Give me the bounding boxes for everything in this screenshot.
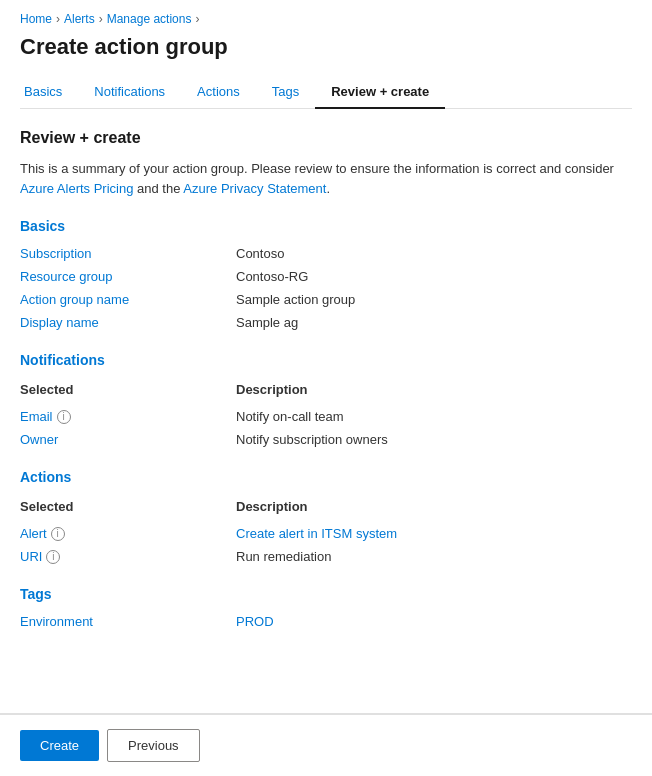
info-text-part2: and the — [133, 181, 183, 196]
basics-grid: Subscription Contoso Resource group Cont… — [20, 244, 632, 332]
review-heading: Review + create — [20, 129, 632, 147]
tab-notifications[interactable]: Notifications — [78, 76, 181, 109]
azure-privacy-link[interactable]: Azure Privacy Statement — [183, 181, 326, 196]
notifications-section: Notifications Selected Description Email… — [20, 352, 632, 449]
breadcrumb-home[interactable]: Home — [20, 12, 52, 26]
tags-environment-label: Environment — [20, 612, 220, 631]
notifications-row0-selected: Email i — [20, 407, 220, 426]
notifications-email-label: Email — [20, 409, 53, 424]
info-text-part3: . — [326, 181, 330, 196]
actions-alert-info-icon[interactable]: i — [51, 527, 65, 541]
tab-bar: Basics Notifications Actions Tags Review… — [20, 76, 632, 109]
review-info: This is a summary of your action group. … — [20, 159, 632, 198]
actions-alert-label: Alert — [20, 526, 47, 541]
breadcrumb-manage-actions[interactable]: Manage actions — [107, 12, 192, 26]
tags-environment-value[interactable]: PROD — [236, 612, 632, 631]
tab-tags[interactable]: Tags — [256, 76, 315, 109]
breadcrumb-alerts[interactable]: Alerts — [64, 12, 95, 26]
basics-display-name-value: Sample ag — [236, 313, 632, 332]
page-title: Create action group — [20, 34, 632, 60]
notifications-row1-selected: Owner — [20, 430, 220, 449]
notifications-owner-label: Owner — [20, 432, 58, 447]
tags-section: Tags Environment PROD — [20, 586, 632, 631]
actions-row0-selected: Alert i — [20, 524, 220, 543]
actions-row1-description: Run remediation — [236, 547, 632, 566]
notifications-email-info-icon[interactable]: i — [57, 410, 71, 424]
tab-review-create[interactable]: Review + create — [315, 76, 445, 109]
breadcrumb-sep3: › — [195, 12, 199, 26]
footer: Create Previous — [0, 714, 652, 776]
azure-alerts-pricing-link[interactable]: Azure Alerts Pricing — [20, 181, 133, 196]
tab-basics[interactable]: Basics — [20, 76, 78, 109]
actions-section: Actions Selected Description Alert i Cre… — [20, 469, 632, 566]
basics-action-group-name-label: Action group name — [20, 290, 220, 309]
basics-subscription-label: Subscription — [20, 244, 220, 263]
breadcrumb: Home › Alerts › Manage actions › — [20, 12, 632, 26]
actions-row0-description: Create alert in ITSM system — [236, 524, 632, 543]
tags-heading: Tags — [20, 586, 632, 602]
actions-heading: Actions — [20, 469, 632, 485]
actions-uri-info-icon[interactable]: i — [46, 550, 60, 564]
notifications-row0-description: Notify on-call team — [236, 407, 632, 426]
actions-row1-selected: URI i — [20, 547, 220, 566]
notifications-grid: Selected Description Email i Notify on-c… — [20, 378, 632, 449]
tab-actions[interactable]: Actions — [181, 76, 256, 109]
actions-col-selected: Selected — [20, 495, 220, 520]
basics-resource-group-label: Resource group — [20, 267, 220, 286]
notifications-heading: Notifications — [20, 352, 632, 368]
actions-alert-desc-link[interactable]: Create alert in ITSM system — [236, 526, 397, 541]
basics-action-group-name-value: Sample action group — [236, 290, 632, 309]
previous-button[interactable]: Previous — [107, 729, 200, 762]
breadcrumb-sep1: › — [56, 12, 60, 26]
actions-col-description: Description — [236, 495, 632, 520]
actions-uri-label: URI — [20, 549, 42, 564]
basics-section: Basics Subscription Contoso Resource gro… — [20, 218, 632, 332]
notifications-col-selected: Selected — [20, 378, 220, 403]
breadcrumb-sep2: › — [99, 12, 103, 26]
basics-display-name-label: Display name — [20, 313, 220, 332]
actions-grid: Selected Description Alert i Create aler… — [20, 495, 632, 566]
notifications-col-description: Description — [236, 378, 632, 403]
basics-heading: Basics — [20, 218, 632, 234]
create-button[interactable]: Create — [20, 730, 99, 761]
basics-subscription-value: Contoso — [236, 244, 632, 263]
info-text-part1: This is a summary of your action group. … — [20, 161, 614, 176]
tags-grid: Environment PROD — [20, 612, 632, 631]
basics-resource-group-value: Contoso-RG — [236, 267, 632, 286]
notifications-row1-description: Notify subscription owners — [236, 430, 632, 449]
